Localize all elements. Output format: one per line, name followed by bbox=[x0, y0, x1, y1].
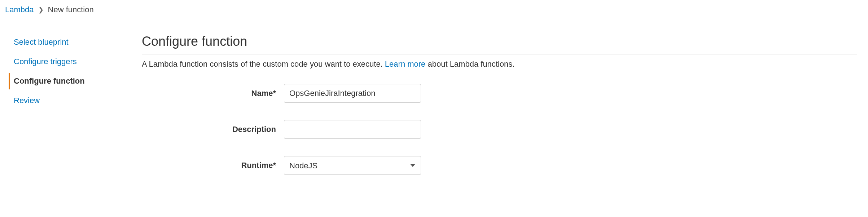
description-pre: A Lambda function consists of the custom… bbox=[142, 59, 385, 68]
runtime-select[interactable]: NodeJS bbox=[284, 156, 421, 175]
title-divider bbox=[142, 54, 857, 54]
runtime-control: NodeJS bbox=[284, 156, 421, 175]
runtime-select-wrapper: NodeJS bbox=[284, 156, 421, 175]
sidebar-item-review[interactable]: Review bbox=[9, 92, 128, 109]
breadcrumb-current: New function bbox=[48, 5, 94, 14]
form-row-description: Description bbox=[142, 120, 857, 139]
page-description: A Lambda function consists of the custom… bbox=[142, 59, 857, 69]
description-post: about Lambda functions. bbox=[425, 59, 514, 68]
sidebar-item-select-blueprint[interactable]: Select blueprint bbox=[9, 34, 128, 50]
description-label: Description bbox=[142, 125, 284, 134]
sidebar-item-configure-triggers[interactable]: Configure triggers bbox=[9, 53, 128, 70]
learn-more-link[interactable]: Learn more bbox=[385, 59, 426, 68]
form-row-runtime: Runtime* NodeJS bbox=[142, 156, 857, 175]
main-content: Configure function A Lambda function con… bbox=[128, 27, 868, 207]
sidebar: Select blueprint Configure triggers Conf… bbox=[0, 27, 128, 207]
description-input[interactable] bbox=[284, 120, 421, 139]
breadcrumb-root-link[interactable]: Lambda bbox=[5, 5, 34, 14]
name-control bbox=[284, 84, 421, 103]
name-label: Name* bbox=[142, 89, 284, 98]
sidebar-item-configure-function[interactable]: Configure function bbox=[9, 73, 128, 89]
runtime-label: Runtime* bbox=[142, 161, 284, 170]
name-input[interactable] bbox=[284, 84, 421, 103]
main-container: Select blueprint Configure triggers Conf… bbox=[0, 27, 868, 207]
description-control bbox=[284, 120, 421, 139]
chevron-right-icon: ❯ bbox=[38, 6, 44, 14]
form-row-name: Name* bbox=[142, 84, 857, 103]
page-title: Configure function bbox=[142, 34, 857, 49]
breadcrumb: Lambda ❯ New function bbox=[0, 0, 868, 18]
